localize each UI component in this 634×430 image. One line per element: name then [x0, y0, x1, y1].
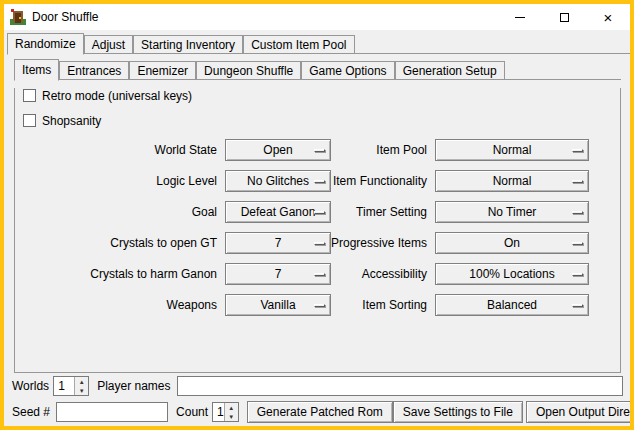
accessibility-value: 100% Locations: [469, 267, 554, 281]
goal-label: Goal: [21, 205, 225, 219]
weapons-label: Weapons: [21, 298, 225, 312]
shopsanity-label: Shopsanity: [42, 114, 101, 128]
item-sorting-value: Balanced: [487, 298, 537, 312]
count-label: Count: [176, 405, 208, 419]
world-state-dropdown[interactable]: Open: [225, 139, 331, 161]
seed-label: Seed #: [12, 405, 50, 419]
tab-generation-setup[interactable]: Generation Setup: [395, 61, 505, 80]
window-controls: ×: [498, 4, 630, 30]
crystals-ganon-value: 7: [275, 267, 282, 281]
tab-custom-item-pool[interactable]: Custom Item Pool: [243, 35, 354, 54]
tab-starting-inventory[interactable]: Starting Inventory: [133, 35, 243, 54]
accessibility-dropdown[interactable]: 100% Locations: [435, 263, 589, 285]
main-tab-bar: Randomize Adjust Starting Inventory Cust…: [7, 33, 630, 54]
worlds-row: Worlds 1 ▲ ▼ Player names: [12, 375, 623, 397]
close-icon: ×: [604, 10, 613, 25]
option-row: Crystals to harm Ganon 7 Accessibility 1…: [15, 263, 620, 285]
worlds-label: Worlds: [12, 379, 49, 393]
dropdown-indicator-icon: [314, 242, 325, 245]
timer-setting-dropdown[interactable]: No Timer: [435, 201, 589, 223]
player-names-label: Player names: [97, 379, 170, 393]
worlds-spinner[interactable]: 1 ▲ ▼: [53, 376, 89, 396]
tab-entrances[interactable]: Entrances: [59, 61, 129, 80]
world-state-label: World State: [21, 143, 225, 157]
tab-enemizer[interactable]: Enemizer: [129, 61, 196, 80]
dropdown-indicator-icon: [572, 273, 583, 276]
retro-mode-label: Retro mode (universal keys): [42, 89, 192, 103]
crystals-ganon-label: Crystals to harm Ganon: [21, 267, 225, 281]
maximize-icon: [560, 13, 569, 22]
progressive-items-label: Progressive Items: [331, 236, 435, 250]
crystals-gt-label: Crystals to open GT: [21, 236, 225, 250]
spin-up-icon[interactable]: ▲: [75, 377, 88, 386]
retro-mode-checkbox[interactable]: Retro mode (universal keys): [23, 88, 620, 103]
item-sorting-dropdown[interactable]: Balanced: [435, 294, 589, 316]
tab-game-options[interactable]: Game Options: [301, 61, 394, 80]
weapons-value: Vanilla: [260, 298, 295, 312]
spin-up-icon[interactable]: ▲: [225, 403, 238, 412]
weapons-dropdown[interactable]: Vanilla: [225, 294, 331, 316]
player-names-input[interactable]: [177, 376, 624, 396]
tab-items[interactable]: Items: [14, 59, 59, 81]
minimize-icon: [515, 17, 525, 18]
timer-setting-label: Timer Setting: [331, 205, 435, 219]
progressive-items-dropdown[interactable]: On: [435, 232, 589, 254]
window-title: Door Shuffle: [32, 10, 99, 24]
world-state-value: Open: [263, 143, 292, 157]
close-button[interactable]: ×: [586, 4, 630, 30]
dropdown-indicator-icon: [572, 304, 583, 307]
goal-value: Defeat Ganon: [241, 205, 316, 219]
dropdown-indicator-icon: [314, 273, 325, 276]
item-functionality-dropdown[interactable]: Normal: [435, 170, 589, 192]
dropdown-indicator-icon: [572, 211, 583, 214]
option-row: Logic Level No Glitches Item Functionali…: [15, 170, 620, 192]
generate-patched-rom-button[interactable]: Generate Patched Rom: [247, 401, 393, 423]
tab-adjust[interactable]: Adjust: [84, 35, 133, 54]
tab-dungeon-shuffle[interactable]: Dungeon Shuffle: [196, 61, 301, 80]
option-row: Weapons Vanilla Item Sorting Balanced: [15, 294, 620, 316]
worlds-value: 1: [54, 377, 74, 395]
item-functionality-value: Normal: [493, 174, 532, 188]
crystals-ganon-dropdown[interactable]: 7: [225, 263, 331, 285]
dropdown-indicator-icon: [314, 180, 325, 183]
dropdown-indicator-icon: [314, 149, 325, 152]
spin-down-icon[interactable]: ▼: [225, 412, 238, 421]
dropdown-indicator-icon: [572, 242, 583, 245]
checkbox-icon: [23, 114, 36, 127]
item-pool-dropdown[interactable]: Normal: [435, 139, 589, 161]
items-pane: Retro mode (universal keys) Shopsanity W…: [14, 88, 621, 373]
crystals-gt-value: 7: [275, 236, 282, 250]
progressive-items-value: On: [504, 236, 520, 250]
item-functionality-label: Item Functionality: [331, 174, 435, 188]
seed-row: Seed # Count 1 ▲ ▼ Generate Patched Rom …: [12, 401, 623, 423]
maximize-button[interactable]: [542, 4, 586, 30]
door-shuffle-window: Door Shuffle × Randomize Adjust Starting…: [0, 0, 634, 430]
titlebar: Door Shuffle ×: [4, 4, 630, 30]
spinner-buttons: ▲ ▼: [74, 377, 88, 395]
option-row: World State Open Item Pool Normal: [15, 139, 620, 161]
crystals-gt-dropdown[interactable]: 7: [225, 232, 331, 254]
tab-randomize[interactable]: Randomize: [7, 33, 84, 55]
logic-level-value: No Glitches: [247, 174, 309, 188]
save-settings-button[interactable]: Save Settings to File: [393, 401, 523, 423]
timer-setting-value: No Timer: [488, 205, 537, 219]
logic-level-dropdown[interactable]: No Glitches: [225, 170, 331, 192]
seed-input[interactable]: [56, 402, 168, 422]
shopsanity-checkbox[interactable]: Shopsanity: [23, 113, 620, 128]
spinner-buttons: ▲ ▼: [224, 403, 238, 421]
option-row: Crystals to open GT 7 Progressive Items …: [15, 232, 620, 254]
checkbox-icon: [23, 89, 36, 102]
item-sorting-label: Item Sorting: [331, 298, 435, 312]
option-row: Goal Defeat Ganon Timer Setting No Timer: [15, 201, 620, 223]
count-spinner[interactable]: 1 ▲ ▼: [212, 402, 239, 422]
minimize-button[interactable]: [498, 4, 542, 30]
item-pool-label: Item Pool: [331, 143, 435, 157]
app-icon: [10, 9, 26, 25]
open-output-directory-button[interactable]: Open Output Directory: [526, 401, 634, 423]
dropdown-indicator-icon: [572, 180, 583, 183]
count-value: 1: [213, 403, 224, 421]
goal-dropdown[interactable]: Defeat Ganon: [225, 201, 331, 223]
item-pool-value: Normal: [493, 143, 532, 157]
spin-down-icon[interactable]: ▼: [75, 386, 88, 395]
sub-tab-bar: Items Entrances Enemizer Dungeon Shuffle…: [14, 59, 621, 80]
